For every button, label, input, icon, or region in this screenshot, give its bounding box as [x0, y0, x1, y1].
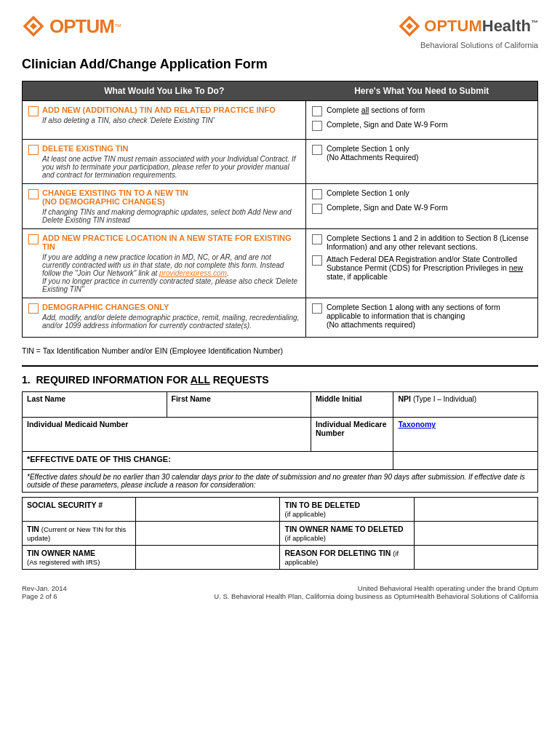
footer-left: Rev-Jan. 2014 Page 2 of 6 [22, 584, 67, 600]
last-name-value[interactable] [27, 403, 162, 415]
footer-rev: Rev-Jan. 2014 [22, 584, 67, 592]
row3-left: CHANGE EXISTING TIN TO A NEW TIN(NO DEMO… [23, 184, 306, 229]
r3-cb2[interactable] [312, 204, 322, 214]
tin-owner-deleted-value-cell[interactable] [414, 522, 537, 546]
effective-date-value[interactable] [398, 455, 533, 466]
tin-note: TIN = Tax Identification Number and/or E… [22, 343, 538, 358]
delete-tin-checkbox[interactable] [28, 145, 39, 155]
row3-right: Complete Section 1 only Complete, Sign a… [305, 184, 537, 229]
delete-tin-desc: At least one active TIN must remain asso… [42, 155, 300, 179]
new-location-desc: If you are adding a new practice locatio… [42, 253, 300, 293]
change-tin-desc: If changing TINs and making demographic … [42, 208, 300, 224]
optumhealth-optum-text: OPTUM [424, 17, 481, 35]
r3-cb1[interactable] [312, 189, 322, 199]
first-name-cell: First Name [167, 392, 311, 418]
demographic-desc: Add, modify, and/or delete demographic p… [42, 314, 300, 330]
change-tin-title: CHANGE EXISTING TIN TO A NEW TIN(NO DEMO… [42, 188, 300, 206]
row4-right: Complete Sections 1 and 2 in addition to… [305, 229, 537, 298]
row2-left: DELETE EXISTING TIN At least one active … [23, 140, 306, 184]
r5-text1: Complete Section 1 along with any sectio… [327, 303, 532, 329]
optumhealth-diamond-icon [398, 15, 421, 38]
provider-express-link[interactable]: providerexpress.com [159, 269, 227, 277]
r2-cb1[interactable] [312, 145, 322, 155]
footer-page: Page 2 of 6 [22, 592, 67, 600]
row1-right: Complete all sections of form Complete, … [305, 101, 537, 140]
table-row: DEMOGRAPHIC CHANGES ONLY Add, modify, an… [23, 298, 538, 338]
add-new-tin-desc: If also deleting a TIN, also check 'Dele… [42, 116, 276, 124]
tin-deleted-label-cell: TIN TO BE DELETED (if applicable) [280, 498, 414, 522]
optum-diamond-icon [22, 15, 45, 38]
ss-row2: TIN (Current or New TIN for this update)… [23, 522, 538, 546]
individual-medicaid-value[interactable] [27, 429, 306, 440]
r1-cb2[interactable] [312, 121, 322, 131]
first-name-label: First Name [172, 394, 307, 403]
individual-medicaid-cell: Individual Medicaid Number [23, 418, 311, 452]
r1-text2: Complete, Sign and Date W-9 Form [327, 120, 448, 129]
optumhealth-health-text: Health [482, 17, 531, 35]
r4-text2: Attach Federal DEA Registration and/or S… [327, 255, 532, 281]
change-tin-checkbox[interactable] [28, 189, 39, 199]
row5-left: DEMOGRAPHIC CHANGES ONLY Add, modify, an… [23, 298, 306, 338]
npi-cell: NPI (Type I – Individual) [393, 392, 538, 418]
behavioral-solutions-text: Behavioral Solutions of California [398, 41, 538, 49]
individual-medicare-value[interactable] [316, 437, 388, 449]
demographic-checkbox[interactable] [28, 303, 39, 314]
r4-text1: Complete Sections 1 and 2 in addition to… [327, 234, 532, 251]
middle-initial-cell: Middle Initial [311, 392, 393, 418]
tin-label: TIN [27, 525, 39, 533]
row5-right: Complete Section 1 along with any sectio… [305, 298, 537, 338]
options-table: What Would You Like To Do? Here's What Y… [22, 81, 538, 338]
middle-initial-value[interactable] [316, 403, 388, 415]
col1-header: What Would You Like To Do? [23, 81, 306, 101]
tin-owner-deleted-sublabel: (if applicable) [284, 534, 326, 542]
table-row: CHANGE EXISTING TIN TO A NEW TIN(NO DEMO… [23, 184, 538, 229]
r3-text1: Complete Section 1 only [327, 188, 409, 197]
r4-cb1[interactable] [312, 234, 322, 244]
npi-value[interactable] [398, 403, 533, 415]
taxonomy-cell: Taxonomy [393, 418, 538, 452]
add-new-tin-title: ADD NEW (ADDITIONAL) TIN AND RELATED PRA… [42, 105, 276, 114]
first-name-value[interactable] [172, 403, 307, 415]
tin-value-cell[interactable] [135, 522, 280, 546]
footer-right: United Behavioral Health operating under… [214, 584, 538, 600]
page-footer: Rev-Jan. 2014 Page 2 of 6 United Behavio… [22, 584, 538, 600]
optum-logo-left: OPTUM™ [22, 15, 121, 38]
optum-wordmark: OPTUM [49, 15, 114, 37]
delete-tin-title: DELETE EXISTING TIN [42, 144, 300, 153]
effective-date-row: *EFFECTIVE DATE OF THIS CHANGE: [23, 452, 538, 470]
middle-initial-label: Middle Initial [316, 394, 388, 403]
ss-value-cell[interactable] [135, 498, 280, 522]
page-header: OPTUM™ OPTUMHealth™ Behavioral Solutions… [22, 15, 538, 49]
tin-deleted-value-cell[interactable] [414, 498, 537, 522]
reason-deleting-value-cell[interactable] [414, 546, 537, 570]
taxonomy-link[interactable]: Taxonomy [398, 420, 533, 429]
col2-header: Here's What You Need to Submit [305, 81, 537, 101]
last-name-label: Last Name [27, 394, 162, 403]
tin-owner-deleted-label-cell: TIN OWNER NAME TO DELETED (if applicable… [280, 522, 414, 546]
r1-text1: Complete all sections of form [327, 105, 425, 114]
tin-owner-value-cell[interactable] [135, 546, 280, 570]
effective-date-label: *EFFECTIVE DATE OF THIS CHANGE: [27, 455, 171, 463]
tin-label-cell: TIN (Current or New TIN for this update) [23, 522, 136, 546]
new-location-checkbox[interactable] [28, 234, 39, 244]
row2-right: Complete Section 1 only(No Attachments R… [305, 140, 537, 184]
tin-owner-deleted-label: TIN OWNER NAME TO DELETED [284, 525, 403, 533]
table-row: DELETE EXISTING TIN At least one active … [23, 140, 538, 184]
section-divider [22, 365, 538, 367]
table-row: ADD NEW PRACTICE LOCATION IN A NEW STATE… [23, 229, 538, 298]
table-row: ADD NEW (ADDITIONAL) TIN AND RELATED PRA… [23, 101, 538, 140]
r4-cb2[interactable] [312, 255, 322, 266]
page-title: Clinician Add/Change Application Form [22, 57, 538, 72]
ss-row3: TIN OWNER NAME (As registered with IRS) … [23, 546, 538, 570]
add-new-tin-checkbox[interactable] [28, 106, 39, 116]
r1-cb1[interactable] [312, 106, 322, 116]
row4-left: ADD NEW PRACTICE LOCATION IN A NEW STATE… [23, 229, 306, 298]
effective-date-value-cell[interactable] [393, 452, 538, 470]
ss-label: SOCIAL SECURITY # [27, 501, 103, 509]
ss-label-cell: SOCIAL SECURITY # [23, 498, 136, 522]
r5-cb1[interactable] [312, 303, 322, 314]
individual-medicare-label: Individual Medicare Number [316, 420, 388, 437]
social-security-table: SOCIAL SECURITY # TIN TO BE DELETED (if … [22, 497, 538, 570]
tin-deleted-label: TIN TO BE DELETED [284, 501, 360, 509]
taxonomy-value[interactable] [398, 429, 533, 440]
